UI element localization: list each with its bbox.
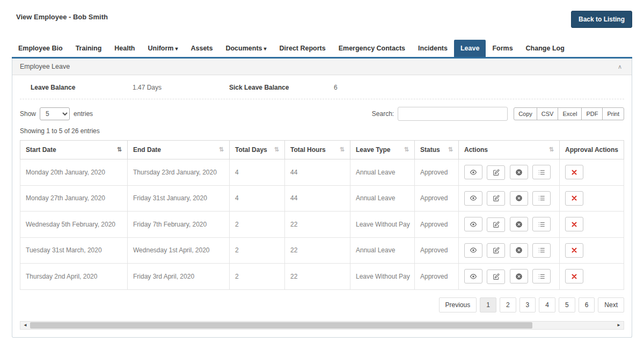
horizontal-scrollbar[interactable]: ◄ ►	[20, 321, 624, 330]
total-hours-cell: 22	[285, 212, 350, 238]
list-icon	[538, 194, 545, 202]
edit-button[interactable]	[487, 217, 505, 232]
column-label: Total Hours	[290, 146, 326, 154]
scrollbar-thumb[interactable]	[30, 322, 532, 329]
collapse-icon[interactable]: ∧	[616, 63, 624, 70]
tab-emergency-contacts[interactable]: Emergency Contacts	[332, 40, 412, 57]
tab-employee-bio[interactable]: Employee Bio	[12, 40, 69, 57]
end-date-cell: Thursday 23rd January, 2020	[128, 159, 230, 186]
table-row: Monday 27th January, 2020 Friday 31st Ja…	[20, 185, 624, 212]
cancel-button[interactable]	[510, 217, 528, 231]
view-button[interactable]	[464, 269, 482, 283]
cancel-icon	[515, 273, 523, 280]
sort-icon[interactable]: ⇅	[274, 146, 279, 153]
sort-icon[interactable]: ⇅	[219, 146, 224, 153]
column-label: End Date	[133, 146, 161, 154]
sort-icon[interactable]: ⇅	[404, 146, 409, 153]
pagination-page-2[interactable]: 2	[500, 297, 516, 312]
scroll-right-arrow-icon[interactable]: ►	[614, 322, 624, 329]
column-header-start-date[interactable]: Start Date⇅	[20, 141, 128, 159]
sort-icon[interactable]: ⇅	[448, 146, 453, 153]
view-button[interactable]	[464, 191, 482, 206]
tab-label: Direct Reports	[280, 45, 326, 52]
sort-icon[interactable]: ⇅	[340, 146, 345, 153]
tab-leave[interactable]: Leave	[454, 40, 486, 57]
copy-button[interactable]: Copy	[514, 107, 537, 120]
column-header-total-days[interactable]: Total Days⇅	[230, 141, 285, 159]
reject-button[interactable]	[565, 165, 583, 179]
start-date-cell: Wednesday 5th February, 2020	[20, 212, 128, 238]
pagination-page-5[interactable]: 5	[559, 297, 575, 312]
reject-button[interactable]	[565, 243, 583, 258]
edit-button[interactable]	[487, 191, 505, 206]
actions-cell	[459, 185, 560, 212]
scroll-left-arrow-icon[interactable]: ◄	[20, 322, 30, 329]
pagination-page-6[interactable]: 6	[579, 297, 595, 312]
entries-label: entries	[74, 110, 93, 118]
tab-label: Documents	[225, 45, 262, 52]
tab-health[interactable]: Health	[108, 40, 141, 57]
column-header-end-date[interactable]: End Date⇅	[128, 141, 230, 159]
leave-balances: Leave Balance 1.47 Days Sick Leave Balan…	[20, 75, 624, 99]
page-size-select[interactable]: 5	[40, 107, 70, 120]
details-button[interactable]	[532, 269, 551, 283]
column-label: Status	[420, 146, 440, 154]
column-header-status[interactable]: Status⇅	[415, 141, 459, 159]
reject-button[interactable]	[565, 269, 583, 283]
details-button[interactable]	[532, 191, 551, 206]
edit-button[interactable]	[487, 165, 505, 180]
cancel-button[interactable]	[510, 243, 528, 258]
pagination-next[interactable]: Next	[598, 297, 624, 312]
list-icon	[538, 246, 545, 254]
tab-uniform[interactable]: Uniform▾	[142, 40, 185, 57]
pagination-previous[interactable]: Previous	[439, 297, 477, 312]
total-hours-cell: 22	[285, 237, 350, 264]
x-icon	[571, 273, 577, 280]
tab-documents[interactable]: Documents▾	[219, 40, 273, 57]
cancel-button[interactable]	[510, 165, 528, 179]
details-button[interactable]	[532, 243, 551, 258]
pdf-button[interactable]: PDF	[581, 107, 603, 120]
details-button[interactable]	[532, 217, 551, 231]
table-controls: Show 5 entries Search: Copy CSV Excel PD…	[12, 99, 632, 123]
view-button[interactable]	[464, 217, 482, 231]
search-input[interactable]	[398, 107, 508, 121]
edit-button[interactable]	[487, 243, 505, 258]
tab-label: Incidents	[418, 45, 448, 52]
pagination-page-4[interactable]: 4	[539, 297, 555, 312]
eye-icon	[470, 221, 477, 228]
total-days-cell: 4	[230, 159, 285, 186]
column-header-actions[interactable]: Actions⇅	[459, 141, 560, 159]
tab-direct-reports[interactable]: Direct Reports	[273, 40, 332, 57]
sort-icon[interactable]: ⇅	[549, 146, 554, 153]
back-to-listing-button[interactable]: Back to Listing	[571, 11, 632, 28]
tab-forms[interactable]: Forms	[486, 40, 519, 57]
column-header-leave-type[interactable]: Leave Type⇅	[350, 141, 415, 159]
pagination-page-1[interactable]: 1	[480, 297, 496, 312]
sort-icon[interactable]: ⇅	[117, 146, 122, 153]
column-header-approval-actions: Approval Actions	[560, 141, 624, 159]
scrollbar-track[interactable]	[30, 322, 614, 329]
csv-button[interactable]: CSV	[537, 107, 559, 120]
show-label: Show	[20, 110, 36, 118]
tab-incidents[interactable]: Incidents	[412, 40, 454, 57]
cancel-button[interactable]	[510, 269, 528, 283]
tab-training[interactable]: Training	[69, 40, 108, 57]
details-button[interactable]	[532, 165, 551, 179]
list-icon	[538, 273, 545, 280]
column-header-total-hours[interactable]: Total Hours⇅	[285, 141, 350, 159]
excel-button[interactable]: Excel	[558, 107, 582, 120]
reject-button[interactable]	[565, 191, 583, 206]
cancel-button[interactable]	[510, 191, 528, 206]
edit-button[interactable]	[487, 270, 505, 284]
reject-button[interactable]	[565, 217, 583, 231]
view-button[interactable]	[464, 243, 482, 258]
tab-assets[interactable]: Assets	[184, 40, 219, 57]
view-button[interactable]	[464, 165, 482, 179]
actions-cell	[459, 159, 560, 186]
caret-down-icon: ▾	[264, 46, 267, 52]
panel-title: Employee Leave	[20, 63, 70, 70]
print-button[interactable]: Print	[602, 107, 624, 120]
tab-change-log[interactable]: Change Log	[519, 40, 571, 57]
pagination-page-3[interactable]: 3	[519, 297, 536, 312]
